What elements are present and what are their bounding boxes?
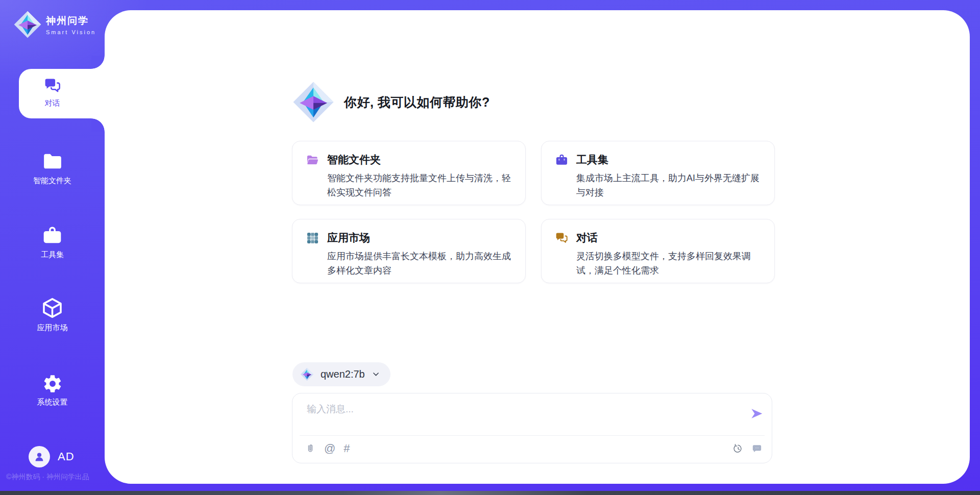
composer-tools-right xyxy=(732,441,763,456)
feedback-button[interactable] xyxy=(751,441,763,456)
greeting-title: 你好, 我可以如何帮助你? xyxy=(344,94,490,111)
brand-subtitle: Smart Vision xyxy=(46,29,96,35)
card-description: 集成市场上主流工具，助力AI与外界无缝扩展与对接 xyxy=(576,171,762,200)
bottom-strip xyxy=(0,491,980,495)
briefcase-icon xyxy=(555,153,569,167)
card-title: 应用市场 xyxy=(327,231,370,245)
mention-button[interactable]: @ xyxy=(324,441,335,456)
grid-icon xyxy=(306,231,320,245)
card-title: 智能文件夹 xyxy=(327,153,381,167)
sidebar-item-toolkit[interactable]: 工具集 xyxy=(0,225,105,260)
folder-open-icon xyxy=(306,153,320,167)
copyright: ©神州数码 · 神州问学出品 xyxy=(6,473,89,482)
user-initials: AD xyxy=(58,450,75,463)
at-icon: @ xyxy=(324,443,335,454)
brand: 神州问学 Smart Vision xyxy=(13,10,96,39)
attach-button[interactable] xyxy=(305,441,316,456)
chat-icon xyxy=(43,77,62,95)
card-title: 对话 xyxy=(576,231,598,245)
hash-icon: # xyxy=(344,443,350,454)
sidebar-item-label: 系统设置 xyxy=(37,398,68,407)
briefcase-icon xyxy=(41,225,63,246)
brand-logo-icon xyxy=(13,10,42,39)
card-description: 灵活切换多模型文件，支持多样回复效果调试，满足个性化需求 xyxy=(576,249,762,278)
sidebar-item-label: 工具集 xyxy=(41,250,64,260)
model-selector[interactable]: qwen2:7b xyxy=(292,362,390,386)
composer-divider xyxy=(300,435,765,436)
brand-name: 神州问学 xyxy=(46,14,96,28)
card-description: 智能文件夹功能支持批量文件上传与清洗，轻松实现文件问答 xyxy=(327,171,513,200)
model-name: qwen2:7b xyxy=(321,368,365,380)
greeting-block: 你好, 我可以如何帮助你? xyxy=(292,81,490,123)
card-title: 工具集 xyxy=(576,153,608,167)
tab-fillet-top xyxy=(91,56,105,69)
gear-icon xyxy=(42,374,63,394)
card-smart-folder[interactable]: 智能文件夹 智能文件夹功能支持批量文件上传与清洗，轻松实现文件问答 xyxy=(292,141,526,205)
card-chat[interactable]: 对话 灵活切换多模型文件，支持多样回复效果调试，满足个性化需求 xyxy=(541,219,775,283)
paperclip-icon xyxy=(305,443,316,454)
message-bubble-icon xyxy=(751,443,763,454)
chat-icon xyxy=(555,231,569,245)
card-app-market[interactable]: 应用市场 应用市场提供丰富长文本模板，助力高效生成多样化文章内容 xyxy=(292,219,526,283)
hashtag-button[interactable]: # xyxy=(344,441,350,456)
sidebar-item-app-market[interactable]: 应用市场 xyxy=(0,296,105,333)
user-profile[interactable]: AD xyxy=(29,446,75,467)
tab-fillet-bottom xyxy=(91,118,105,132)
main-panel: 你好, 我可以如何帮助你? 智能文件夹 智能文件夹功能支持批量文件上传与清洗，轻… xyxy=(105,10,970,484)
card-description: 应用市场提供丰富长文本模板，助力高效生成多样化文章内容 xyxy=(327,249,513,278)
history-button[interactable] xyxy=(732,441,744,456)
sidebar-item-label: 应用市场 xyxy=(37,323,68,333)
sidebar-item-chat[interactable]: 对话 xyxy=(0,77,105,108)
folder-icon xyxy=(41,150,64,172)
sidebar-item-smart-folder[interactable]: 智能文件夹 xyxy=(0,150,105,186)
person-icon xyxy=(33,451,45,463)
sidebar-item-settings[interactable]: 系统设置 xyxy=(0,374,105,407)
message-input[interactable] xyxy=(306,402,742,432)
composer: @ # xyxy=(292,393,772,463)
history-icon xyxy=(732,443,744,454)
assistant-logo-icon xyxy=(292,81,335,123)
composer-tools-left: @ # xyxy=(305,441,350,456)
sidebar-item-label: 对话 xyxy=(45,98,60,108)
card-toolkit[interactable]: 工具集 集成市场上主流工具，助力AI与外界无缝扩展与对接 xyxy=(541,141,775,205)
model-logo-icon xyxy=(300,367,314,381)
cube-icon xyxy=(41,296,64,319)
avatar xyxy=(29,446,50,467)
send-button[interactable] xyxy=(750,407,764,422)
feature-cards: 智能文件夹 智能文件夹功能支持批量文件上传与清洗，轻松实现文件问答 工具集 集成… xyxy=(292,141,775,283)
send-icon xyxy=(750,407,764,420)
sidebar-item-label: 智能文件夹 xyxy=(33,176,71,186)
chevron-down-icon xyxy=(372,370,380,379)
